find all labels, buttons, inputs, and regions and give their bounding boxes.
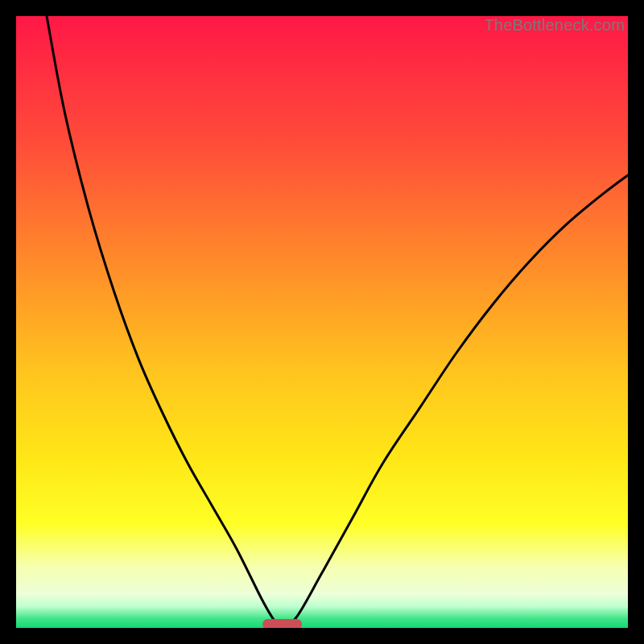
gradient-background [16,16,628,628]
bottleneck-chart [16,16,628,628]
watermark-text: TheBottleneck.com [484,16,625,35]
chart-frame: TheBottleneck.com [16,16,628,628]
optimal-range-marker [262,619,302,628]
